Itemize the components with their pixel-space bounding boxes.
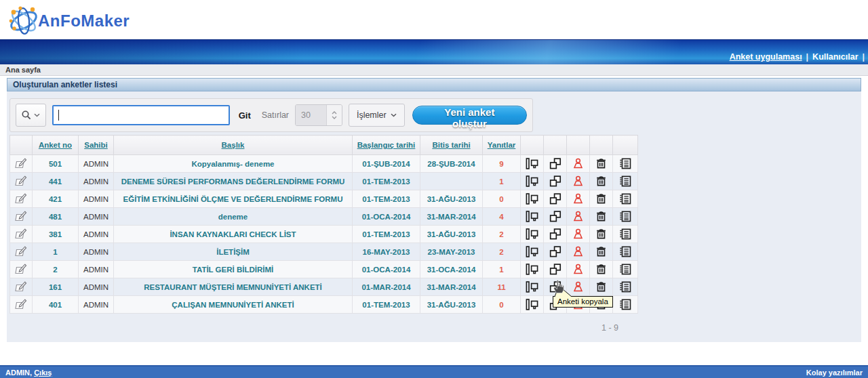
table-row: 441 ADMIN DENEME SÜRESİ PERFORMANS DEĞER…: [10, 173, 638, 190]
survey-title: DENEME SÜRESİ PERFORMANS DEĞERLENDİRME F…: [114, 173, 353, 190]
copy-survey-icon[interactable]: [549, 281, 561, 293]
delete-survey-icon[interactable]: [595, 158, 607, 169]
report-icon[interactable]: [526, 228, 538, 240]
go-button[interactable]: Git: [236, 110, 254, 121]
copy-survey-icon[interactable]: [549, 264, 561, 275]
actions-menu-button[interactable]: İşlemler: [349, 104, 405, 127]
delete-survey-icon[interactable]: [595, 211, 607, 222]
search-input[interactable]: [52, 105, 230, 125]
report-icon[interactable]: [526, 246, 538, 257]
copy-survey-icon[interactable]: [549, 193, 561, 205]
header-sahibi[interactable]: Sahibi: [79, 135, 114, 155]
edit-survey-icon[interactable]: [15, 175, 27, 187]
participants-icon[interactable]: [572, 211, 584, 222]
header-bitis-tarihi[interactable]: Bitiş tarihi: [420, 135, 483, 155]
survey-no: 2: [33, 261, 79, 278]
survey-end-date: 31-MAR-2014: [420, 278, 483, 296]
table-row: 1 ADMIN İLETİŞİM 16-MAY-2013 23-MAY-2013…: [10, 243, 638, 261]
footer-brand: Kolay yazılımlar: [806, 369, 863, 377]
delete-survey-icon[interactable]: [595, 193, 607, 205]
table-row: 401 ADMIN ÇALIŞAN MEMNUNİYETİ ANKETİ 01-…: [10, 296, 638, 314]
survey-no: 1: [33, 243, 79, 261]
copy-survey-icon[interactable]: [549, 158, 561, 169]
table-row: 501 ADMIN Kopyalanmış- deneme 01-ŞUB-201…: [10, 155, 638, 173]
details-icon[interactable]: [619, 228, 631, 240]
edit-survey-icon[interactable]: [15, 193, 27, 205]
tooltip: Anketi kopyala: [553, 296, 613, 308]
report-icon[interactable]: [526, 175, 538, 187]
report-icon[interactable]: [526, 211, 538, 222]
edit-survey-icon[interactable]: [15, 158, 27, 169]
details-icon[interactable]: [619, 281, 631, 293]
rows-value: 30: [296, 105, 326, 125]
rows-select[interactable]: 30: [295, 104, 342, 126]
details-icon[interactable]: [619, 211, 631, 222]
survey-end-date: 23-MAY-2013: [420, 243, 483, 261]
edit-survey-icon[interactable]: [15, 211, 27, 222]
delete-survey-icon[interactable]: [595, 246, 607, 257]
details-icon[interactable]: [619, 175, 631, 187]
edit-survey-icon[interactable]: [15, 228, 27, 240]
survey-end-date: 31-OCA-2014: [420, 261, 483, 278]
report-icon[interactable]: [526, 158, 538, 169]
anfomaker-logo[interactable]: AnFoMaker: [5, 3, 131, 40]
participants-icon[interactable]: [572, 264, 584, 275]
survey-answer-count: 1: [483, 173, 521, 190]
header-yanitlar[interactable]: Yanıtlar: [483, 135, 521, 155]
survey-end-date: [420, 173, 483, 190]
delete-survey-icon[interactable]: [595, 175, 607, 187]
survey-start-date: 01-OCA-2014: [353, 261, 420, 278]
survey-title: EĞİTİM ETKİNLİĞİNİ ÖLÇME VE DEĞERLENDİRM…: [114, 190, 353, 208]
participants-icon[interactable]: [572, 193, 584, 205]
participants-icon[interactable]: [572, 175, 584, 187]
copy-survey-icon[interactable]: [549, 211, 561, 222]
report-icon[interactable]: [526, 281, 538, 293]
header-baslangic-tarihi[interactable]: Başlangıç tarihi: [353, 135, 420, 155]
copy-survey-icon[interactable]: [549, 228, 561, 240]
edit-survey-icon[interactable]: [15, 281, 27, 293]
participants-icon[interactable]: [572, 228, 584, 240]
nav-link-anket-uygulamasi[interactable]: Anket uygulaması: [730, 52, 802, 62]
delete-survey-icon[interactable]: [595, 228, 607, 240]
details-icon[interactable]: [619, 264, 631, 275]
header-anket-no[interactable]: Anket no: [33, 135, 79, 155]
rows-spinner[interactable]: [326, 105, 342, 125]
nav-link-kullanicilar[interactable]: Kullanıcılar: [812, 52, 858, 62]
header-edit-column: [10, 135, 33, 155]
survey-owner: ADMIN: [79, 243, 114, 261]
logout-link[interactable]: Çıkış: [34, 369, 52, 377]
table-row: 161 ADMIN RESTAURANT MÜŞTERİ MEMNUNİYETİ…: [10, 278, 638, 296]
edit-survey-icon[interactable]: [15, 264, 27, 275]
report-icon[interactable]: [526, 193, 538, 205]
copy-survey-icon[interactable]: [549, 246, 561, 257]
table-row: 381 ADMIN İNSAN KAYNAKLARI CHECK LİST 01…: [10, 226, 638, 243]
details-icon[interactable]: [619, 299, 631, 310]
copy-survey-icon[interactable]: [549, 175, 561, 187]
search-options-button[interactable]: [16, 104, 46, 127]
participants-icon[interactable]: [572, 158, 584, 169]
survey-title: TATİL GERİ BİLDİRİMİ: [114, 261, 353, 278]
delete-survey-icon[interactable]: [595, 281, 607, 293]
survey-table-body: 501 ADMIN Kopyalanmış- deneme 01-ŞUB-201…: [10, 155, 638, 314]
header-participants-column: [567, 135, 590, 155]
nav-separator: |: [806, 52, 809, 62]
logo-text: AnFoMaker: [38, 12, 130, 30]
edit-survey-icon[interactable]: [15, 299, 27, 310]
top-navbar: Anket uygulaması | Kullanıcılar |: [0, 39, 868, 64]
chevron-down-icon: [391, 113, 397, 117]
participants-icon[interactable]: [572, 281, 584, 293]
delete-survey-icon[interactable]: [595, 264, 607, 275]
report-icon[interactable]: [526, 264, 538, 275]
details-icon[interactable]: [619, 193, 631, 205]
atom-icon: [9, 6, 39, 34]
details-icon[interactable]: [619, 246, 631, 257]
report-icon[interactable]: [526, 299, 538, 310]
breadcrumb-home[interactable]: Ana sayfa: [5, 66, 41, 74]
edit-survey-icon[interactable]: [15, 246, 27, 257]
header-baslik[interactable]: Başlık: [114, 135, 353, 155]
details-icon[interactable]: [619, 158, 631, 169]
survey-title: Kopyalanmış- deneme: [114, 155, 353, 173]
survey-answer-count: 0: [483, 296, 521, 314]
create-survey-button[interactable]: Yeni anket oluştur: [412, 106, 527, 125]
participants-icon[interactable]: [572, 246, 584, 257]
